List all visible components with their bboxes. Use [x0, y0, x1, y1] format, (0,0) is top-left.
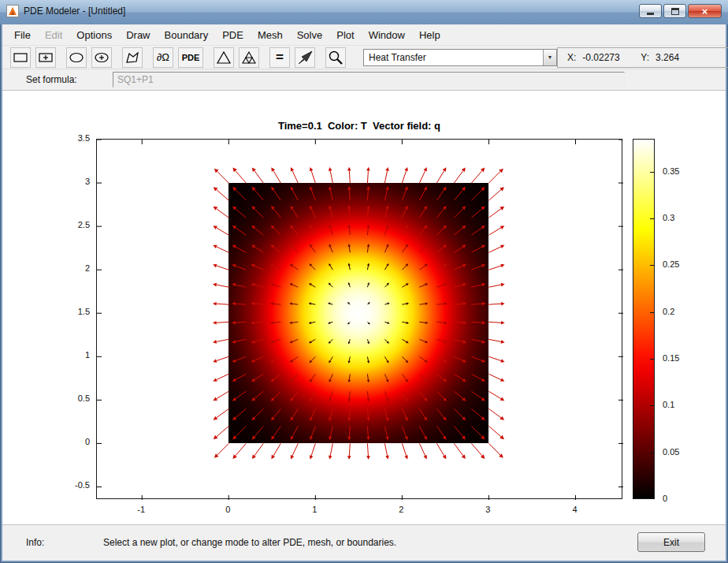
close-button[interactable]: ×	[688, 4, 722, 18]
polygon-tool-button[interactable]	[122, 47, 143, 68]
rectangle-centered-tool-button[interactable]	[35, 47, 56, 68]
colorbar-tick-label: 0.25	[663, 259, 679, 269]
close-icon: ×	[702, 6, 708, 17]
ellipse-icon	[68, 49, 85, 66]
exit-button[interactable]: Exit	[637, 532, 705, 552]
x-tick-label: -1	[137, 505, 145, 514]
triangle-mesh-icon	[215, 49, 232, 66]
y-tick-label: 1	[49, 350, 90, 360]
ellipse-tool-button[interactable]	[66, 47, 87, 68]
y-tick-label: -0.5	[49, 480, 90, 490]
x-tick-label: 4	[572, 505, 577, 514]
plot-figure: Time=0.1 Color: T Vector field: q -10123…	[2, 91, 726, 524]
colorbar-tick-mark	[650, 218, 654, 219]
info-message: Select a new plot, or change mode to alt…	[103, 537, 396, 548]
x-tick-label: 0	[225, 505, 230, 514]
colorbar-tick-label: 0.3	[663, 213, 674, 222]
colorbar-tick-label: 0	[663, 494, 667, 503]
coord-y-value: 3.264	[656, 52, 712, 63]
application-mode-value: Heat Transfer	[364, 50, 543, 65]
magnifier-icon	[327, 49, 344, 66]
y-tick-label: 2	[49, 263, 90, 273]
menu-mesh[interactable]: Mesh	[251, 26, 290, 44]
window-title: PDE Modeler - [Untitled]	[24, 6, 637, 17]
solve-pde-button[interactable]: =	[269, 47, 290, 68]
pde-modeler-window: PDE Modeler - [Untitled] × File Edit Opt…	[0, 0, 728, 563]
menu-plot[interactable]: Plot	[329, 26, 361, 44]
coordinate-readout: X: -0.02273 Y: 3.264	[557, 47, 728, 68]
plot-axes[interactable]	[96, 139, 622, 499]
menubar: File Edit Options Draw Boundary PDE Mesh…	[2, 24, 726, 45]
chevron-down-icon[interactable]: ▼	[543, 50, 556, 65]
colorbar-tick-mark	[650, 453, 654, 453]
y-tick-label: 3.5	[49, 133, 90, 143]
y-tick-label: 0.5	[49, 393, 90, 403]
colorbar-tick-mark	[650, 405, 654, 406]
info-label: Info:	[26, 537, 44, 548]
zoom-button[interactable]	[325, 47, 346, 68]
set-formula-label: Set formula:	[26, 74, 113, 85]
quiver-vector-field	[97, 140, 623, 500]
menu-file[interactable]: File	[7, 26, 38, 44]
3d-plot-arrow-icon	[296, 49, 314, 66]
set-formula-input[interactable]	[113, 72, 625, 88]
colorbar-tick-mark	[650, 359, 654, 360]
mesh-init-button[interactable]	[214, 47, 234, 68]
pde-mode-button[interactable]: PDE	[178, 47, 203, 68]
menu-options[interactable]: Options	[69, 26, 119, 44]
minimize-button[interactable]	[639, 4, 662, 18]
menu-solve[interactable]: Solve	[290, 26, 330, 44]
colorbar-tick-label: 0.05	[663, 447, 679, 457]
ellipse-plus-icon	[93, 49, 110, 66]
colorbar-tick-label: 0.15	[663, 353, 679, 363]
colorbar-tick-mark	[650, 312, 654, 313]
set-formula-bar: Set formula:	[2, 69, 726, 91]
menu-edit: Edit	[38, 26, 69, 44]
app-icon	[6, 5, 19, 17]
colorbar-tick-mark	[650, 498, 654, 499]
menu-pde[interactable]: PDE	[215, 26, 251, 44]
coord-y-label: Y:	[641, 52, 649, 63]
menu-window[interactable]: Window	[362, 26, 412, 44]
menu-boundary[interactable]: Boundary	[158, 26, 216, 44]
plot-solution-button[interactable]	[295, 47, 315, 68]
menu-help[interactable]: Help	[412, 26, 448, 44]
colorbar-tick-mark	[650, 172, 654, 173]
x-tick-label: 2	[399, 505, 403, 514]
y-tick-label: 2.5	[49, 220, 90, 229]
coord-x-label: X:	[567, 52, 576, 63]
maximize-button[interactable]	[663, 4, 686, 18]
plot-title: Time=0.1 Color: T Vector field: q	[96, 120, 622, 132]
rectangle-tool-button[interactable]	[10, 47, 31, 68]
colorbar-tick-label: 0.2	[663, 307, 674, 316]
application-mode-select[interactable]: Heat Transfer ▼	[363, 49, 557, 66]
colorbar-tick-label: 0.35	[663, 166, 679, 176]
menu-draw[interactable]: Draw	[119, 26, 157, 44]
y-tick-label: 3	[49, 177, 90, 186]
boundary-mode-button[interactable]: ∂Ω	[153, 47, 173, 68]
rectangle-plus-icon	[37, 49, 54, 66]
y-tick-label: 1.5	[49, 307, 90, 316]
y-tick-label: 0	[49, 437, 90, 446]
x-tick-label: 3	[485, 505, 490, 514]
mesh-refine-button[interactable]	[239, 47, 259, 68]
coord-x-value: -0.02273	[582, 52, 639, 63]
ellipse-centered-tool-button[interactable]	[91, 47, 112, 68]
colorbar-tick-mark	[650, 265, 654, 266]
rectangle-icon	[12, 49, 29, 66]
maximize-icon	[671, 8, 679, 15]
minimize-icon	[647, 13, 654, 15]
titlebar[interactable]: PDE Modeler - [Untitled] ×	[0, 0, 728, 24]
toolbar: ∂Ω PDE = Heat Transfer ▼ X: -0.02273 Y: …	[2, 45, 726, 69]
polygon-icon	[124, 49, 141, 66]
statusbar: Info: Select a new plot, or change mode …	[2, 524, 726, 561]
refined-triangle-mesh-icon	[240, 49, 258, 66]
colorbar-tick-label: 0.1	[663, 400, 674, 409]
x-tick-label: 1	[312, 505, 317, 514]
colorbar	[633, 139, 655, 499]
